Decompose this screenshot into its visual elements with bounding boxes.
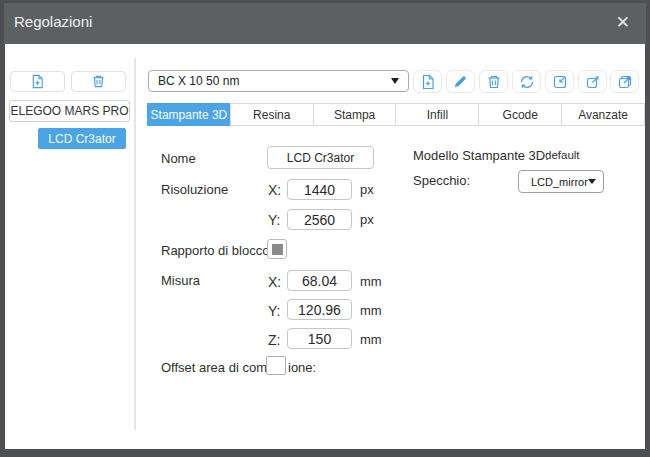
name-label: Nome: [161, 151, 196, 166]
export-all-profiles-button[interactable]: [610, 70, 639, 93]
export-box-icon: [585, 74, 601, 90]
offset-label-before: Offset area di comp: [161, 360, 274, 375]
trash-icon: [486, 74, 502, 90]
resolution-y-input[interactable]: [287, 209, 352, 230]
profile-select-value: BC X 10 50 nm: [158, 74, 239, 88]
size-z-unit: mm: [360, 332, 382, 347]
size-y-input[interactable]: [287, 299, 352, 320]
tab-resina[interactable]: Resina: [230, 103, 314, 126]
printer-model-value: default: [545, 149, 580, 161]
size-x-label: X:: [268, 274, 281, 290]
tab-label: Infill: [427, 108, 448, 122]
tab-label: Avanzate: [578, 108, 628, 122]
tab-stampa[interactable]: Stampa: [313, 103, 397, 126]
titlebar: Regolazioni ✕: [4, 3, 646, 44]
tab-infill[interactable]: Infill: [395, 103, 479, 126]
resolution-x-input[interactable]: [287, 179, 352, 200]
delete-profile-button[interactable]: [479, 70, 508, 93]
close-icon[interactable]: ✕: [612, 11, 634, 35]
offset-checkbox[interactable]: [266, 356, 286, 375]
tab-label: Resina: [253, 108, 290, 122]
size-z-input[interactable]: [287, 328, 352, 349]
lock-ratio-checkbox[interactable]: [267, 239, 287, 259]
printer-item-elegoo-mars-pro[interactable]: ELEGOO MARS PRO: [9, 100, 130, 122]
mirror-label: Specchio:: [413, 173, 470, 188]
offset-label-after: ione:: [288, 360, 316, 375]
mirror-select-value: LCD_mirror: [531, 176, 588, 188]
resolution-x-label: X:: [268, 182, 281, 198]
chevron-down-icon: [391, 78, 399, 84]
printer-item-lcd-cr3ator[interactable]: LCD Cr3ator: [38, 128, 126, 149]
chevron-down-icon: [588, 179, 596, 184]
export-copies-icon: [617, 74, 633, 90]
refresh-profile-button[interactable]: [512, 70, 541, 93]
trash-icon: [91, 74, 106, 89]
size-x-unit: mm: [360, 274, 382, 289]
tab-avanzate[interactable]: Avanzate: [561, 103, 645, 126]
tab-gcode[interactable]: Gcode: [478, 103, 562, 126]
export-profile-button[interactable]: [578, 70, 607, 93]
lock-ratio-label: Rapporto di blocco: [161, 243, 269, 258]
printer-name-input[interactable]: [267, 146, 374, 169]
size-x-input[interactable]: [287, 270, 352, 291]
size-y-label: Y:: [268, 303, 280, 319]
mirror-select[interactable]: LCD_mirror: [518, 170, 604, 193]
add-profile-button[interactable]: [413, 70, 442, 93]
delete-printer-button[interactable]: [71, 71, 126, 92]
import-profile-button[interactable]: [545, 70, 574, 93]
import-box-icon: [552, 74, 568, 90]
profile-select[interactable]: BC X 10 50 nm: [148, 70, 409, 92]
printer-model-label: Modello Stampante 3D:: [413, 148, 549, 163]
tab-label: Stampante 3D: [151, 108, 228, 122]
settings-tabs: Stampante 3D Resina Stampa Infill Gcode …: [147, 103, 645, 126]
resolution-label: Risoluzione: [161, 182, 228, 197]
resolution-y-label: Y:: [268, 212, 280, 228]
printer-item-label: ELEGOO MARS PRO: [10, 104, 128, 118]
dialog-title: Regolazioni: [14, 13, 92, 30]
size-y-unit: mm: [360, 303, 382, 318]
size-z-label: Z:: [268, 332, 280, 348]
resolution-x-unit: px: [360, 182, 374, 197]
size-label: Misura: [161, 273, 200, 288]
add-printer-button[interactable]: [10, 71, 65, 92]
tab-label: Stampa: [334, 108, 375, 122]
vertical-divider: [134, 58, 136, 430]
pencil-icon: [453, 74, 468, 89]
lock-ratio-checkbox-fill: [272, 244, 283, 255]
printer-item-label: LCD Cr3ator: [48, 132, 115, 146]
tab-stampante-3d[interactable]: Stampante 3D: [147, 103, 231, 126]
file-plus-icon: [30, 74, 45, 89]
edit-profile-button[interactable]: [446, 70, 475, 93]
settings-dialog: Regolazioni ✕ ELEGOO MARS PRO LCD Cr3ato…: [0, 0, 650, 457]
resolution-y-unit: px: [360, 212, 374, 227]
file-plus-icon: [420, 74, 436, 90]
refresh-icon: [519, 74, 535, 90]
tab-label: Gcode: [503, 108, 538, 122]
